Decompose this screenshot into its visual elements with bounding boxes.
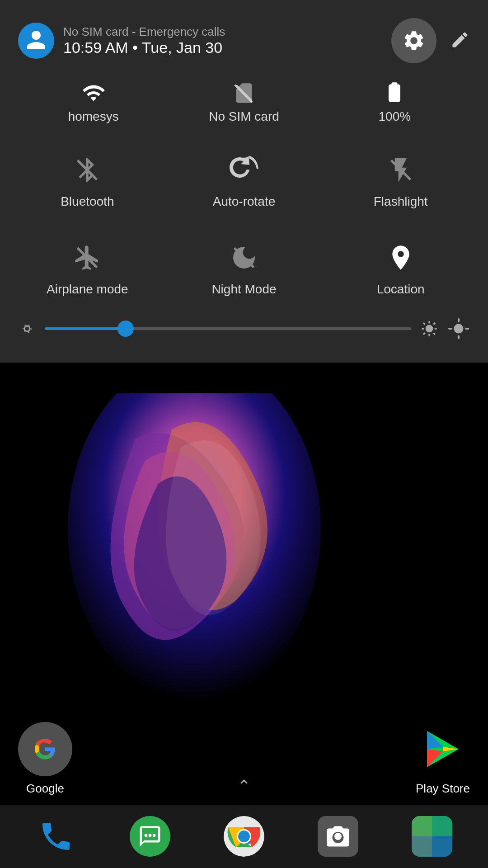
notification-panel: No SIM card - Emergency calls 10:59 AM •… [0,0,488,363]
header-info: No SIM card - Emergency calls 10:59 AM •… [63,25,225,57]
status-battery: 100% [319,81,470,124]
settings-button[interactable] [391,18,436,63]
nightmode-label: Night Mode [211,282,276,297]
tile-flashlight[interactable]: Flashlight [322,137,479,225]
wifi-icon [82,81,105,105]
tile-airplane[interactable]: Airplane mode [9,225,166,313]
google-icon-circle [18,722,72,776]
dock-phone[interactable] [36,816,76,857]
battery-label: 100% [379,109,411,124]
up-arrow[interactable]: ⌃ [237,777,251,796]
brightness-low-icon [18,320,36,338]
status-wifi: homesys [18,81,169,124]
app-playstore[interactable]: Play Store [416,722,470,796]
location-icon [385,241,417,274]
dock [0,805,488,868]
brightness-high-icon [420,320,438,338]
header-right [391,18,470,63]
sim-status-text: No SIM card - Emergency calls [63,25,225,39]
flashlight-label: Flashlight [374,194,428,209]
svg-point-28 [238,830,250,842]
time-date-text: 10:59 AM • Tue, Jan 30 [63,39,225,57]
svg-point-7 [24,326,30,331]
status-sim: No SIM card [169,81,319,124]
brightness-slider[interactable] [45,327,411,330]
dock-camera[interactable] [318,816,358,857]
tile-bluetooth[interactable]: Bluetooth [9,137,166,225]
tile-location[interactable]: Location [322,225,479,313]
bluetooth-label: Bluetooth [61,194,114,209]
svg-line-15 [433,333,435,335]
user-icon [25,28,47,53]
app-google[interactable]: Google [18,722,72,796]
svg-line-14 [423,323,425,325]
location-label: Location [377,282,425,297]
dock-messages[interactable] [130,816,170,857]
svg-point-23 [149,834,152,837]
auto-brightness-icon[interactable]: A [447,317,470,340]
dock-photos[interactable] [412,816,452,857]
svg-rect-2 [392,82,398,85]
tile-nightmode[interactable]: Night Mode [166,225,323,313]
tile-autorotate[interactable]: Auto-rotate [166,137,323,225]
dock-chrome[interactable] [224,816,264,857]
svg-point-9 [426,325,433,333]
playstore-icon-circle [416,722,470,776]
autorotate-icon [228,154,260,186]
brightness-thumb[interactable] [117,321,134,337]
svg-line-17 [433,323,435,325]
header-left: No SIM card - Emergency calls 10:59 AM •… [18,23,225,59]
svg-rect-1 [389,85,400,102]
airplane-icon [71,241,103,274]
svg-rect-31 [412,816,432,857]
edit-button[interactable] [450,30,470,52]
brightness-row: A [0,313,488,354]
svg-point-22 [145,834,148,837]
svg-text:A: A [455,325,460,333]
quick-tiles-grid: Bluetooth Auto-rotate Flashlight [0,137,488,313]
playstore-app-label: Play Store [416,782,470,796]
svg-point-24 [153,834,156,837]
brightness-fill [45,327,126,330]
sim-icon [232,81,256,105]
flashlight-icon [385,154,417,186]
bluetooth-icon [71,154,103,186]
avatar[interactable] [18,23,54,59]
wifi-label: homesys [68,109,119,124]
battery-icon [383,81,406,105]
autorotate-label: Auto-rotate [213,194,276,209]
sim-label: No SIM card [209,109,279,124]
status-row: homesys No SIM card 100% [0,72,488,137]
home-screen: Google Play Store [0,393,488,805]
airplane-label: Airplane mode [47,282,128,297]
svg-line-16 [423,333,425,335]
panel-header: No SIM card - Emergency calls 10:59 AM •… [0,0,488,72]
nightmode-icon [228,241,260,274]
google-app-label: Google [26,782,64,796]
